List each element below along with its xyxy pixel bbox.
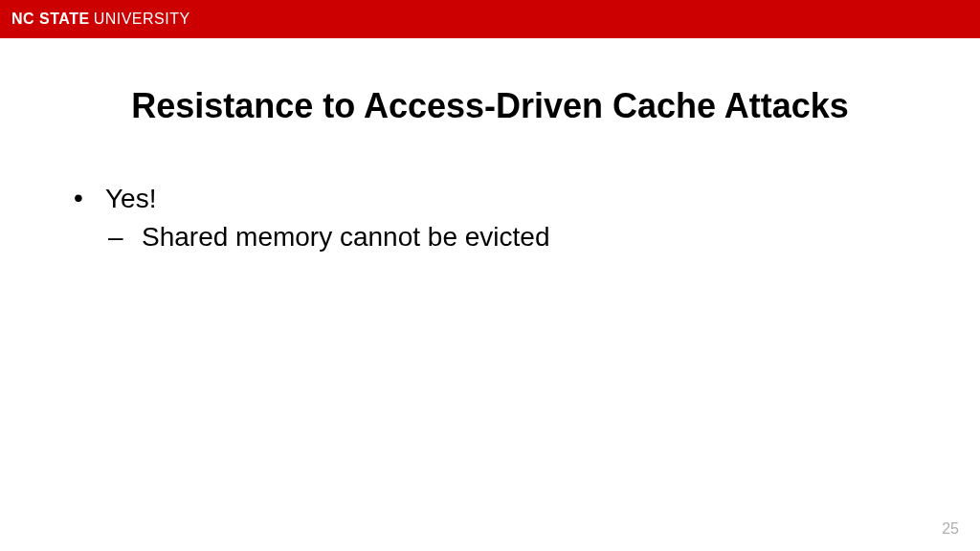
brand-bold-text: NC STATE <box>11 11 90 27</box>
brand-light-text: UNIVERSITY <box>94 11 190 27</box>
header-bar: NC STATEUNIVERSITY <box>0 0 980 38</box>
content-area: Yes! Shared memory cannot be evicted <box>0 184 980 253</box>
bullet-list: Yes! Shared memory cannot be evicted <box>72 184 942 253</box>
bullet-level-1: Yes! <box>72 184 942 214</box>
brand-logo: NC STATEUNIVERSITY <box>11 11 190 28</box>
bullet-level-2: Shared memory cannot be evicted <box>108 222 942 253</box>
slide-title: Resistance to Access-Driven Cache Attack… <box>0 86 980 126</box>
page-number: 25 <box>942 520 959 538</box>
